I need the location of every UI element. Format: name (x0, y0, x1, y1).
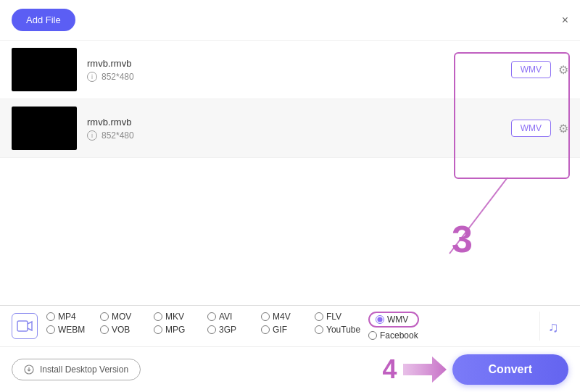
annotation-4: 4 (383, 354, 397, 385)
top-bar: Add File × (0, 0, 580, 41)
radio-webm[interactable]: WEBM (46, 325, 97, 335)
install-button[interactable]: Install Desktop Version (12, 359, 141, 380)
radio-mov[interactable]: MOV (100, 312, 151, 322)
format-bar: MP4 WEBM MOV VOB MKV MPG (0, 305, 580, 346)
file-info: rmvb.rmvb i 852*480 (87, 58, 511, 82)
install-label: Install Desktop Version (40, 364, 128, 375)
settings-icon[interactable]: ⚙ (558, 63, 568, 77)
file-item: rmvb.rmvb i 852*480 WMV ⚙ (0, 99, 580, 158)
file-name: rmvb.rmvb (87, 58, 511, 69)
format-col-6: FLV YouTube (315, 312, 365, 341)
info-icon: i (87, 72, 97, 82)
video-format-icon (12, 313, 38, 339)
svg-marker-4 (403, 356, 447, 383)
convert-button[interactable]: Convert (452, 354, 568, 385)
radio-avi[interactable]: AVI (207, 312, 258, 322)
file-resolution: 852*480 (102, 130, 134, 141)
settings-icon[interactable]: ⚙ (558, 122, 568, 135)
format-options: MP4 WEBM MOV VOB MKV MPG (46, 312, 534, 341)
radio-mpg[interactable]: MPG (154, 325, 204, 335)
format-button-1[interactable]: WMV (511, 61, 551, 78)
info-icon: i (87, 130, 97, 141)
format-col-7: WMV Facebook (368, 312, 419, 341)
file-meta: i 852*480 (87, 130, 511, 141)
radio-wmv[interactable]: WMV (368, 312, 419, 328)
file-resolution: 852*480 (102, 72, 134, 82)
radio-vob[interactable]: VOB (100, 325, 151, 335)
radio-3gp[interactable]: 3GP (207, 325, 258, 335)
format-col-1: MP4 WEBM (46, 312, 97, 341)
main-content: rmvb.rmvb i 852*480 WMV ⚙ rmvb.rmvb i 85… (0, 41, 580, 392)
radio-facebook[interactable]: Facebook (368, 330, 419, 341)
file-name: rmvb.rmvb (87, 117, 511, 128)
close-button[interactable]: × (562, 14, 568, 27)
file-actions: WMV ⚙ (511, 120, 568, 137)
format-button-2[interactable]: WMV (511, 120, 551, 137)
radio-flv[interactable]: FLV (315, 312, 365, 322)
radio-mkv[interactable]: MKV (154, 312, 204, 322)
arrow-icon (403, 356, 447, 383)
action-bar: Install Desktop Version 4 Convert (0, 346, 580, 392)
format-col-2: MOV VOB (100, 312, 151, 341)
radio-m4v[interactable]: M4V (261, 312, 312, 322)
format-col-3: MKV MPG (154, 312, 204, 341)
file-thumbnail (12, 48, 77, 91)
file-thumbnail (12, 107, 77, 150)
audio-icon-area[interactable]: ♫ (539, 312, 568, 341)
file-meta: i 852*480 (87, 72, 511, 82)
svg-rect-0 (17, 321, 28, 331)
file-item: rmvb.rmvb i 852*480 WMV ⚙ (0, 41, 580, 99)
file-list-area: rmvb.rmvb i 852*480 WMV ⚙ rmvb.rmvb i 85… (0, 41, 580, 305)
svg-text:♫: ♫ (548, 319, 559, 335)
add-file-button[interactable]: Add File (12, 9, 75, 31)
file-info: rmvb.rmvb i 852*480 (87, 117, 511, 141)
file-actions: WMV ⚙ (511, 61, 568, 78)
radio-mp4[interactable]: MP4 (46, 312, 97, 322)
radio-gif[interactable]: GIF (261, 325, 312, 335)
format-col-5: M4V GIF (261, 312, 312, 341)
radio-youtube[interactable]: YouTube (315, 325, 365, 335)
format-col-4: AVI 3GP (207, 312, 258, 341)
